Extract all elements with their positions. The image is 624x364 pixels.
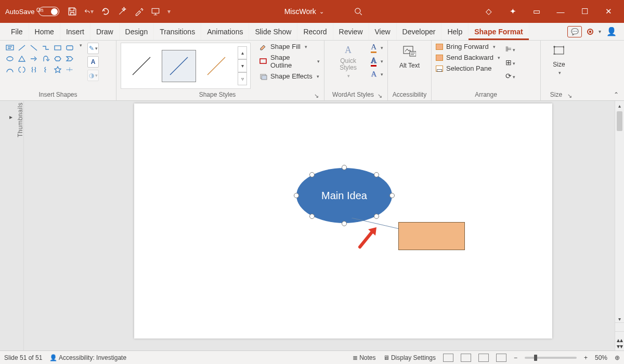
- slide-counter[interactable]: Slide 51 of 51: [4, 354, 42, 361]
- down-caret-icon[interactable]: ▾: [599, 29, 601, 34]
- tab-home[interactable]: Home: [29, 23, 60, 40]
- close-button[interactable]: ✕: [603, 7, 614, 16]
- wordart-launcher-icon[interactable]: ↘: [378, 93, 382, 99]
- normal-view-button[interactable]: [443, 354, 453, 362]
- tab-review[interactable]: Review: [333, 23, 369, 40]
- gallery-more-icon[interactable]: ▿: [238, 72, 247, 85]
- selection-handle[interactable]: [294, 193, 299, 198]
- tab-slideshow[interactable]: Slide Show: [249, 23, 297, 40]
- slideshow-view-button[interactable]: [496, 354, 506, 362]
- thumbnails-pane[interactable]: ▸ Thumbnails: [0, 101, 24, 350]
- reading-view-button[interactable]: [478, 354, 489, 362]
- autosave-toggle[interactable]: On: [38, 7, 59, 16]
- notes-button[interactable]: ≣ Notes: [353, 354, 376, 361]
- comments-button[interactable]: 💬: [567, 26, 582, 37]
- shape-arrow-icon[interactable]: [28, 54, 40, 64]
- quick-styles-button[interactable]: A Quick Styles▾: [329, 43, 368, 81]
- shape-uarrow-icon[interactable]: [40, 54, 51, 64]
- scroll-up-icon[interactable]: ▴: [615, 101, 624, 110]
- shape-arc-icon[interactable]: [4, 64, 16, 75]
- tab-developer[interactable]: Developer: [397, 23, 442, 40]
- shape-elbow-icon[interactable]: [40, 43, 51, 53]
- size-button[interactable]: Size▾: [549, 43, 569, 77]
- ribbon-mode-icon[interactable]: ▭: [531, 7, 542, 16]
- shape-roundrect-icon[interactable]: [64, 43, 75, 53]
- shape-outline-button[interactable]: Shape Outline▾: [259, 54, 320, 69]
- shape-hex-icon[interactable]: [52, 54, 63, 64]
- expand-thumbnails-icon[interactable]: ▸: [9, 113, 12, 121]
- tab-design[interactable]: Design: [120, 23, 154, 40]
- send-backward-button[interactable]: Send Backward▾: [436, 54, 500, 61]
- tab-record[interactable]: Record: [297, 23, 333, 40]
- shape-star-icon[interactable]: [52, 64, 63, 75]
- diamond-icon[interactable]: ◇: [484, 7, 494, 16]
- alt-text-button[interactable]: Alt Text: [396, 43, 423, 71]
- selection-handle[interactable]: [309, 172, 315, 177]
- tab-file[interactable]: File: [5, 23, 29, 40]
- shape-bracket-icon[interactable]: [16, 64, 28, 75]
- tab-animations[interactable]: Animations: [201, 23, 249, 40]
- slide[interactable]: Main Idea: [134, 103, 552, 339]
- maximize-button[interactable]: ☐: [579, 7, 590, 16]
- record-indicator-icon[interactable]: [587, 29, 593, 35]
- scroll-down-icon[interactable]: ▾: [615, 314, 624, 323]
- tab-help[interactable]: Help: [441, 23, 469, 40]
- sorter-view-button[interactable]: [461, 354, 471, 362]
- sub-rectangle[interactable]: [398, 222, 465, 250]
- eyedropper-icon[interactable]: [134, 7, 144, 16]
- autosave-control[interactable]: AutoSave On: [3, 7, 59, 16]
- bring-forward-button[interactable]: Bring Forward▾: [436, 43, 500, 50]
- tab-view[interactable]: View: [369, 23, 397, 40]
- selection-handle[interactable]: [389, 193, 395, 198]
- selection-handle[interactable]: [374, 172, 379, 177]
- magic-icon[interactable]: [118, 7, 127, 16]
- text-effects-button[interactable]: A▾: [371, 70, 383, 79]
- search-icon[interactable]: [354, 7, 363, 16]
- shape-effects-button[interactable]: Shape Effects▾: [259, 72, 320, 80]
- present-icon[interactable]: [151, 7, 160, 16]
- display-settings-button[interactable]: 🖥 Display Settings: [383, 354, 436, 361]
- gallery-down-icon[interactable]: ▾: [238, 59, 247, 72]
- scroll-thumb[interactable]: [617, 111, 622, 131]
- slide-canvas-area[interactable]: Main Idea ▴ ▾: [24, 101, 624, 350]
- next-slide-icon[interactable]: ▾▾: [617, 343, 623, 349]
- shape-more-icon[interactable]: [64, 64, 75, 75]
- shape-oval-icon[interactable]: [4, 54, 16, 64]
- tab-transitions[interactable]: Transitions: [154, 23, 201, 40]
- selection-handle[interactable]: [374, 214, 379, 219]
- style-thumb-2[interactable]: [162, 50, 196, 82]
- zoom-slider-thumb[interactable]: [534, 355, 537, 361]
- shape-fill-button[interactable]: Shape Fill▾: [259, 43, 320, 50]
- zoom-slider[interactable]: [525, 357, 577, 359]
- align-button[interactable]: ⊫▾: [505, 45, 515, 53]
- qat-overflow-icon[interactable]: ▾: [167, 8, 171, 15]
- minimize-button[interactable]: ―: [555, 7, 566, 16]
- shape-textbox-icon[interactable]: [4, 43, 16, 53]
- shape-brace2-icon[interactable]: [40, 64, 51, 75]
- shape-styles-launcher-icon[interactable]: ↘: [314, 93, 319, 99]
- accessibility-status[interactable]: 👤 Accessibility: Investigate: [49, 354, 126, 361]
- redo-icon[interactable]: [101, 7, 110, 16]
- share-button[interactable]: 👤: [606, 27, 617, 36]
- zoom-in-button[interactable]: +: [584, 354, 588, 361]
- shape-line2-icon[interactable]: [28, 43, 40, 53]
- shape-triangle-icon[interactable]: [16, 54, 28, 64]
- tab-shape-format[interactable]: Shape Format: [469, 23, 529, 40]
- gallery-up-icon[interactable]: ▴: [238, 46, 247, 59]
- text-outline-button[interactable]: A▾: [371, 56, 383, 67]
- vertical-scrollbar[interactable]: ▴ ▾ ▴▴ ▾▾: [615, 101, 624, 350]
- style-thumb-1[interactable]: [124, 50, 159, 82]
- size-launcher-icon[interactable]: ↘: [567, 93, 572, 99]
- tab-insert[interactable]: Insert: [60, 23, 90, 40]
- shape-rect-icon[interactable]: [52, 43, 63, 53]
- selection-pane-button[interactable]: ▭Selection Pane: [436, 64, 500, 72]
- undo-icon[interactable]: ▾: [84, 7, 94, 16]
- collapse-ribbon-icon[interactable]: ⌃: [614, 91, 619, 98]
- selection-handle[interactable]: [342, 165, 347, 170]
- selection-handle[interactable]: [342, 221, 347, 226]
- edit-shape-button[interactable]: ✎▾: [87, 43, 99, 54]
- tab-draw[interactable]: Draw: [90, 23, 120, 40]
- group-button[interactable]: ⊞▾: [505, 58, 515, 67]
- zoom-percent[interactable]: 50%: [595, 354, 607, 361]
- text-fill-button[interactable]: A▾: [371, 43, 383, 53]
